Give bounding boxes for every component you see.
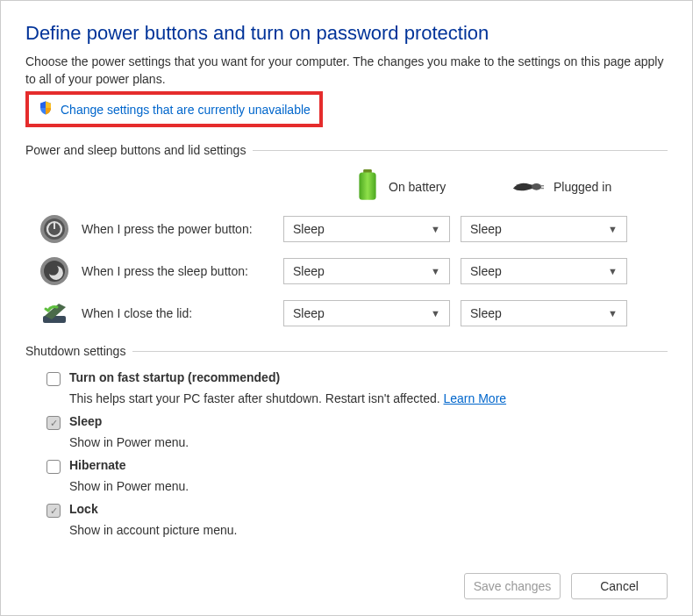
chevron-down-icon: ▼ (608, 224, 618, 234)
power-button-label: When I press the power button: (82, 222, 283, 236)
chevron-down-icon: ▼ (608, 266, 618, 276)
hibernate-desc: Show in Power menu. (69, 479, 668, 493)
sleep-label: Sleep (69, 414, 102, 428)
svg-rect-3 (540, 185, 544, 186)
power-button-plugged-select[interactable]: Sleep ▼ (461, 216, 627, 242)
learn-more-link[interactable]: Learn More (444, 391, 507, 405)
shutdown-section-title: Shutdown settings (25, 344, 125, 358)
chevron-down-icon: ▼ (431, 266, 440, 276)
chevron-down-icon: ▼ (431, 308, 440, 319)
chevron-down-icon: ▼ (608, 308, 618, 319)
fast-startup-label: Turn on fast startup (recommended) (69, 370, 280, 384)
select-value: Sleep (470, 306, 502, 320)
chevron-down-icon: ▼ (431, 224, 440, 234)
hibernate-checkbox[interactable] (46, 460, 61, 474)
intro-text: Choose the power settings that you want … (25, 54, 668, 88)
cancel-button[interactable]: Cancel (571, 573, 668, 599)
divider (132, 351, 668, 352)
select-value: Sleep (293, 222, 325, 236)
lid-plugged-select[interactable]: Sleep ▼ (461, 300, 627, 326)
sleep-button-icon (39, 256, 69, 286)
sleep-button-plugged-select[interactable]: Sleep ▼ (461, 258, 627, 284)
select-value: Sleep (293, 306, 325, 320)
change-settings-link[interactable]: Change settings that are currently unava… (61, 103, 311, 117)
sleep-button-battery-select[interactable]: Sleep ▼ (283, 258, 450, 284)
svg-point-2 (532, 183, 541, 190)
divider (253, 150, 668, 151)
col-plugged-label: Plugged in (554, 180, 611, 194)
select-value: Sleep (293, 264, 325, 278)
select-value: Sleep (470, 222, 502, 236)
svg-rect-4 (540, 188, 544, 189)
sleep-button-label: When I press the sleep button: (82, 264, 283, 278)
shield-icon (38, 100, 61, 118)
lid-label: When I close the lid: (82, 306, 283, 320)
sleep-checkbox[interactable]: ✓ (46, 416, 61, 430)
sleep-desc: Show in Power menu. (69, 435, 668, 449)
lock-checkbox[interactable]: ✓ (46, 504, 61, 518)
power-button-battery-select[interactable]: Sleep ▼ (283, 216, 450, 242)
change-settings-row[interactable]: Change settings that are currently unava… (25, 91, 323, 127)
buttons-section-title: Power and sleep buttons and lid settings (25, 143, 246, 157)
hibernate-label: Hibernate (69, 458, 126, 472)
fast-startup-checkbox[interactable] (46, 372, 61, 386)
plug-icon (511, 176, 545, 197)
save-changes-button: Save changes (464, 573, 561, 599)
svg-rect-1 (359, 173, 375, 200)
page-title: Define power buttons and turn on passwor… (25, 22, 668, 45)
fast-startup-desc: This helps start your PC faster after sh… (69, 391, 444, 405)
lid-battery-select[interactable]: Sleep ▼ (283, 300, 450, 326)
power-button-icon (39, 214, 69, 244)
lock-desc: Show in account picture menu. (69, 523, 668, 537)
col-battery-label: On battery (389, 180, 446, 194)
select-value: Sleep (470, 264, 502, 278)
lid-icon (39, 298, 69, 328)
lock-label: Lock (69, 502, 98, 516)
battery-icon (355, 169, 380, 204)
